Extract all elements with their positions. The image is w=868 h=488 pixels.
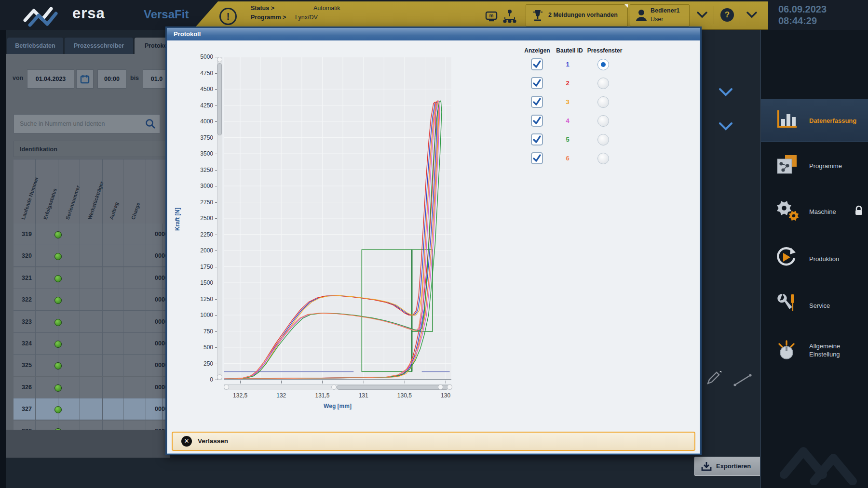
anzeigen-checkbox-2[interactable] (531, 77, 543, 89)
force-displacement-chart (224, 57, 451, 380)
tab-prozessschreiber[interactable]: Prozessschreiber (65, 38, 133, 54)
column-header[interactable]: Werkstückträger (80, 159, 103, 224)
row-number: 327 (16, 398, 38, 420)
row-number: 323 (16, 311, 38, 333)
column-header[interactable]: Charge (123, 159, 146, 224)
sidebar-item-service[interactable]: Service (761, 284, 868, 327)
svg-text:m: m (489, 13, 494, 18)
section-title: Identifikation (14, 141, 170, 157)
date-from-field[interactable]: 01.04.2023 (27, 69, 74, 89)
legend-header-bauteil-id: Bauteil ID (554, 47, 585, 54)
table-body: 3190000320000032100003220000323000032400… (14, 224, 170, 443)
sidebar-item-datenerfassung[interactable]: Datenerfassung (761, 99, 868, 142)
table-row-325[interactable]: 3250000 (14, 355, 170, 376)
logo-text: ersa (72, 5, 105, 22)
status-ok-dot (54, 341, 62, 348)
close-x-icon: ✕ (181, 436, 192, 447)
y-tick-label: 250 (186, 360, 213, 367)
user-icon (635, 9, 648, 22)
bauteil-id-label-6: 6 (561, 155, 574, 162)
v-scroll-down-knob[interactable] (217, 374, 222, 380)
verlassen-label: Verlassen (198, 433, 228, 450)
status-label: Status > (251, 5, 274, 12)
anzeigen-checkbox-6[interactable] (531, 152, 543, 164)
table-row-324[interactable]: 3240000 (14, 333, 170, 355)
edit-pencil-icon[interactable] (705, 370, 721, 386)
v-scroll-up-knob[interactable] (217, 57, 222, 62)
tab-betriebsdaten[interactable]: Betriebsdaten (7, 38, 63, 54)
x-tick-label: 132 (266, 392, 297, 399)
x-tick-label: 130 (430, 392, 461, 399)
table-row-319[interactable]: 3190000 (14, 224, 170, 245)
h-thumb-right-cap[interactable] (438, 384, 443, 390)
alert-exclamation-icon: ! (219, 8, 237, 25)
table-row-321[interactable]: 3210000 (14, 267, 170, 289)
table-row-327[interactable]: 3270000 (14, 398, 170, 420)
v-scroll-thumb[interactable] (217, 63, 222, 135)
trend-line-icon[interactable] (733, 373, 752, 387)
date-text: 06.09.2023 (778, 4, 827, 15)
anzeigen-checkbox-3[interactable] (531, 96, 543, 108)
sidebar-item-allgemeine-einstellung[interactable]: Allgemeine Einstellung (761, 329, 868, 371)
sidebar-item-programme[interactable]: Programme (761, 145, 868, 187)
row-number: 320 (16, 245, 38, 267)
h-scroll-right-knob[interactable] (447, 384, 452, 390)
pressfenster-radio-2[interactable] (597, 78, 609, 89)
y-tick-label: 3000 (186, 183, 213, 189)
settings-icon (774, 337, 799, 363)
dialog-title-bar[interactable]: Protokoll (167, 28, 700, 40)
datetime-panel: 06.09.2023 08:44:29 (772, 0, 868, 30)
dropdown-chevron-icon-2[interactable] (719, 122, 733, 132)
h-scroll-left-knob[interactable] (224, 384, 229, 390)
vertical-scrollbar[interactable] (217, 57, 222, 380)
service-icon (774, 292, 799, 318)
column-header[interactable]: Erfolgsstatus (35, 159, 58, 224)
help-chevron-down-icon[interactable] (746, 12, 757, 18)
messages-button[interactable]: 2 Meldungen vorhanden (526, 4, 628, 26)
sidebar-item-maschine[interactable]: Maschine (761, 190, 868, 233)
column-header[interactable]: Laufende Nummer (14, 159, 36, 224)
help-icon[interactable]: ? (720, 8, 734, 22)
sidebar-item-label: Allgemeine Einstellung (809, 342, 863, 358)
calendar-icon (80, 74, 90, 84)
table-row-323[interactable]: 3230000 (14, 311, 170, 333)
y-axis-title: Kraft [N] (174, 205, 181, 234)
search-icon[interactable] (145, 119, 156, 129)
table-row-322[interactable]: 3220000 (14, 289, 170, 311)
horizontal-scrollbar[interactable] (224, 384, 451, 390)
anzeigen-checkbox-5[interactable] (531, 133, 543, 145)
h-scroll-thumb[interactable] (337, 385, 448, 390)
network-hierarchy-icon[interactable] (502, 9, 517, 24)
search-input[interactable] (19, 115, 146, 133)
calendar-button[interactable] (76, 69, 94, 89)
bar-chart-icon (774, 108, 800, 132)
pressfenster-radio-4[interactable] (597, 115, 609, 127)
sidebar-item-produktion[interactable]: Produktion (761, 237, 868, 280)
user-chevron-down-icon[interactable] (697, 12, 707, 18)
remote-monitor-icon[interactable]: m (485, 11, 498, 22)
legend-header-anzeigen: Anzeigen (521, 47, 553, 54)
column-header[interactable]: Auftrag (102, 159, 123, 224)
export-button[interactable]: Exportieren (694, 457, 763, 476)
h-thumb-left-cap[interactable] (331, 384, 337, 390)
program-label: Programm > (251, 14, 286, 21)
table-row-320[interactable]: 3200000 (14, 245, 170, 267)
column-header[interactable]: Seriennummer (58, 159, 80, 224)
anzeigen-checkbox-4[interactable] (531, 115, 543, 127)
anzeigen-checkbox-1[interactable] (531, 58, 543, 70)
time-from-field[interactable]: 00:00 (97, 69, 126, 89)
pressfenster-radio-3[interactable] (597, 96, 609, 108)
dropdown-chevron-icon-1[interactable] (719, 88, 733, 97)
table-row-326[interactable]: 3260000 (14, 377, 170, 398)
status-ok-dot (54, 275, 62, 282)
row-number: 325 (16, 355, 38, 376)
pressfenster-radio-6[interactable] (597, 153, 609, 164)
pressfenster-radio-5[interactable] (597, 134, 609, 145)
x-tick-label: 131,5 (307, 392, 338, 399)
panel-body: von 01.04.2023 00:00 bis 01.0 Identifika… (6, 54, 170, 430)
pressfenster-radio-1[interactable] (597, 59, 609, 70)
verlassen-button[interactable]: ✕ Verlassen (172, 432, 695, 451)
program-value: Lynx/DV (295, 14, 318, 21)
user-button[interactable]: Bediener1 User (630, 4, 690, 26)
bauteil-id-label-1: 1 (561, 61, 574, 68)
